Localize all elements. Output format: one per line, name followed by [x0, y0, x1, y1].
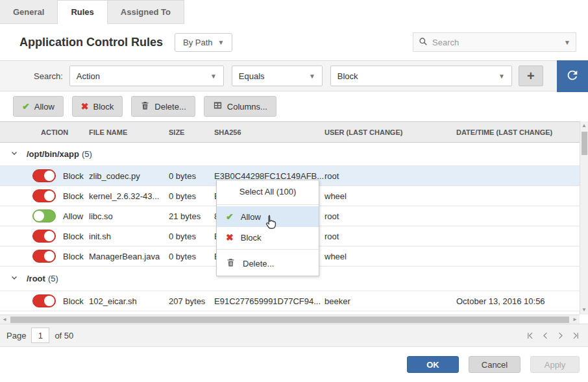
x-icon: ✖ [226, 232, 234, 243]
trash-icon [140, 101, 150, 112]
chevron-down-icon: ▼ [309, 73, 315, 80]
previous-page-icon[interactable] [541, 331, 550, 340]
horizontal-scrollbar-thumb[interactable] [10, 316, 569, 323]
first-page-icon[interactable] [526, 331, 535, 340]
cell-sha256: E91C277659991D77CF94... [214, 296, 325, 306]
last-page-icon[interactable] [570, 331, 580, 340]
column-header-size[interactable]: SIZE [169, 128, 214, 136]
apply-button: Apply [530, 356, 580, 373]
columns-button-label: Columns... [227, 102, 267, 112]
tab-general[interactable]: General [0, 0, 58, 24]
horizontal-scrollbar[interactable]: ◄ ► [0, 315, 580, 324]
vertical-scrollbar-thumb[interactable] [582, 132, 587, 155]
cell-file-name: libc.so [89, 211, 169, 221]
cell-action: Block [63, 191, 89, 201]
cell-user: beeker [325, 296, 456, 306]
delete-button[interactable]: Delete... [131, 96, 195, 117]
chevron-down-icon: ▼ [210, 73, 217, 80]
cell-user: wheel [325, 252, 456, 261]
page-title: Application Control Rules [19, 36, 163, 49]
search-input[interactable] [432, 38, 559, 47]
search-dropdown-icon[interactable]: ▼ [564, 39, 570, 46]
cell-size: 0 bytes [169, 252, 214, 261]
page-label: Page [6, 331, 26, 340]
block-toggle[interactable] [32, 189, 56, 202]
scroll-right-icon[interactable]: ► [570, 316, 580, 322]
view-selector-label: By Path [183, 38, 213, 47]
block-toggle[interactable] [32, 250, 56, 263]
page-number-input[interactable] [31, 328, 49, 343]
scroll-down-icon[interactable]: ▼ [582, 305, 587, 315]
filter-value-text: Block [337, 71, 358, 81]
chevron-down-icon[interactable] [10, 274, 18, 283]
cell-size: 0 bytes [169, 232, 214, 241]
cell-file-name: init.sh [89, 232, 169, 241]
column-header-file-name[interactable]: FILE NAME [89, 128, 169, 136]
filter-field-dropdown[interactable]: Action ▼ [69, 66, 224, 86]
cell-file-name: ManagerBean.java [89, 252, 169, 261]
block-toggle[interactable] [32, 230, 56, 243]
filter-search-label: Search: [34, 71, 63, 81]
group-count: (5) [82, 149, 92, 159]
check-icon: ✔ [226, 211, 234, 222]
cell-size: 21 bytes [169, 211, 214, 221]
allow-button[interactable]: ✔ Allow [13, 96, 64, 117]
filter-row: Search: Action ▼ Equals ▼ Block ▼ + [0, 60, 588, 91]
filter-field-value: Action [77, 71, 100, 81]
delete-button-label: Delete... [154, 102, 186, 112]
cell-user: wheel [325, 191, 456, 201]
next-page-icon[interactable] [556, 331, 565, 340]
filter-value-dropdown[interactable]: Block ▼ [330, 66, 512, 86]
dialog-footer: OK Cancel Apply [0, 347, 588, 382]
table-row[interactable]: Block 102_eicar.sh 207 bytes E91C2776599… [0, 291, 588, 311]
cell-action: Allow [63, 211, 89, 221]
context-menu-delete-label: Delete... [243, 259, 274, 269]
block-toggle[interactable] [32, 294, 56, 307]
filter-operator-value: Equals [239, 71, 265, 81]
chevron-down-icon: ▼ [498, 73, 505, 80]
group-path: /opt/bin/xapp [27, 149, 79, 159]
filter-operator-dropdown[interactable]: Equals ▼ [232, 66, 323, 86]
cell-user: root [325, 211, 456, 221]
pagination-bar: Page of 50 [0, 324, 588, 347]
block-toggle[interactable] [32, 169, 56, 182]
context-menu-select-all[interactable]: Select All (100) [217, 180, 319, 203]
cell-file-name: zlib_codec.py [89, 171, 169, 181]
hand-cursor-icon [263, 214, 278, 233]
page-count-label: of 50 [55, 331, 73, 340]
block-button[interactable]: ✖ Block [72, 96, 123, 117]
block-button-label: Block [93, 102, 114, 112]
tab-rules[interactable]: Rules [58, 0, 107, 24]
check-icon: ✔ [22, 101, 30, 112]
refresh-button[interactable] [557, 60, 588, 92]
context-menu-delete[interactable]: Delete... [217, 251, 319, 276]
scroll-up-icon[interactable]: ▲ [582, 121, 587, 130]
action-toolbar: ✔ Allow ✖ Block Delete... Columns... [0, 91, 588, 121]
tab-assigned-to[interactable]: Assigned To [108, 0, 184, 24]
tab-bar: General Rules Assigned To [0, 0, 588, 24]
column-header-action[interactable]: ACTION [0, 128, 89, 136]
table-header: ACTION FILE NAME SIZE SHA256 USER (LAST … [0, 121, 588, 143]
cell-action: Block [63, 252, 89, 261]
column-header-datetime[interactable]: DATE/TIME (LAST CHANGE) [456, 128, 588, 136]
view-selector-dropdown[interactable]: By Path ▼ [175, 33, 232, 52]
ok-button[interactable]: OK [407, 356, 459, 373]
group-row[interactable]: /opt/bin/xapp (5) [0, 143, 588, 166]
group-count: (5) [48, 274, 58, 283]
vertical-scrollbar[interactable]: ▲ ▼ [580, 121, 588, 315]
title-row: Application Control Rules By Path ▼ ▼ [0, 24, 588, 60]
chevron-down-icon: ▼ [218, 39, 225, 46]
global-search-box[interactable]: ▼ [413, 32, 576, 52]
trash-icon [226, 257, 236, 269]
column-header-sha256[interactable]: SHA256 [214, 128, 325, 136]
cell-size: 0 bytes [169, 171, 214, 181]
cancel-button[interactable]: Cancel [469, 356, 521, 373]
add-filter-button[interactable]: + [519, 66, 543, 86]
chevron-down-icon[interactable] [10, 149, 18, 159]
allow-toggle[interactable] [32, 209, 56, 222]
column-header-user[interactable]: USER (LAST CHANGE) [325, 128, 456, 136]
plus-icon: + [527, 69, 535, 84]
scroll-left-icon[interactable]: ◄ [0, 316, 9, 322]
columns-button[interactable]: Columns... [204, 96, 276, 117]
cell-file-name: kernel_2.6.32-43... [89, 191, 169, 201]
